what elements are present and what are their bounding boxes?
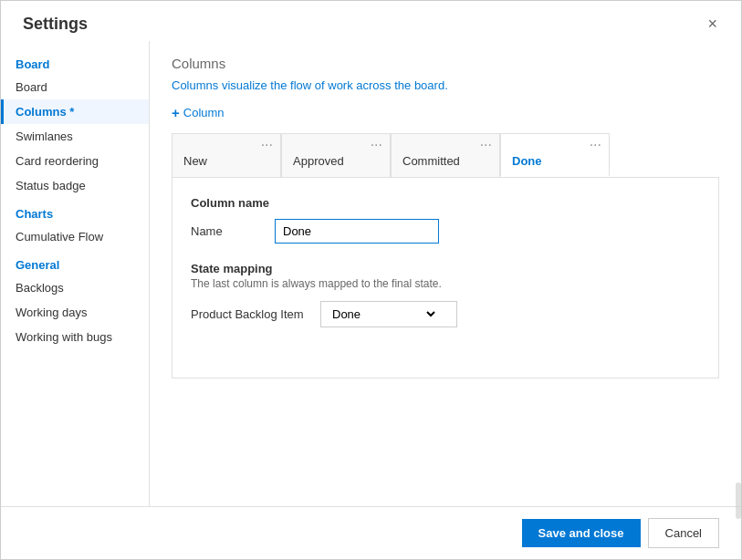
- column-tabs: ··· New ··· Approved ··· Committed ··· D…: [172, 133, 719, 178]
- info-text: Columns visualize the flow of work acros…: [172, 78, 719, 92]
- sidebar-item-cumulative-flow[interactable]: Cumulative Flow: [1, 224, 149, 249]
- name-input[interactable]: [275, 219, 439, 244]
- sidebar-item-status-badge[interactable]: Status badge: [1, 173, 149, 198]
- sidebar-section-charts: Charts: [1, 198, 149, 224]
- settings-dialog: Settings × Board Board Columns * Swimlan…: [0, 0, 742, 560]
- tab-new[interactable]: ··· New: [172, 133, 281, 177]
- tab-done[interactable]: ··· Done: [500, 133, 610, 177]
- section-title: Columns: [172, 56, 719, 71]
- dialog-header: Settings ×: [1, 1, 741, 41]
- sidebar-item-swimlanes[interactable]: Swimlanes: [1, 124, 149, 149]
- state-mapping-section: State mapping The last column is always …: [191, 262, 700, 327]
- state-mapping-title: State mapping: [191, 262, 700, 275]
- sidebar-item-board[interactable]: Board: [1, 75, 149, 99]
- product-backlog-label: Product Backlog Item: [191, 307, 309, 321]
- add-column-label: Column: [183, 106, 225, 119]
- sidebar-section-general: General: [1, 249, 149, 275]
- dialog-title: Settings: [23, 15, 88, 34]
- column-name-title: Column name: [191, 196, 700, 210]
- plus-icon: +: [172, 105, 180, 120]
- name-field-row: Name: [191, 219, 700, 244]
- cancel-button[interactable]: Cancel: [648, 518, 719, 548]
- tab-approved-dots[interactable]: ···: [363, 134, 390, 152]
- sidebar-item-working-with-bugs[interactable]: Working with bugs: [1, 325, 149, 349]
- tab-committed-dots[interactable]: ···: [473, 134, 499, 152]
- product-backlog-select[interactable]: Done Active New: [320, 301, 457, 327]
- dialog-footer: Save and close Cancel: [1, 506, 741, 559]
- sidebar: Board Board Columns * Swimlanes Card reo…: [1, 41, 150, 506]
- panel-content: Column name Name State mapping The last …: [172, 178, 719, 379]
- main-content: Columns Columns visualize the flow of wo…: [150, 41, 741, 506]
- save-and-close-button[interactable]: Save and close: [522, 519, 641, 547]
- sidebar-item-columns[interactable]: Columns *: [1, 99, 149, 124]
- sidebar-item-backlogs[interactable]: Backlogs: [1, 275, 149, 300]
- product-backlog-dropdown[interactable]: Done Active New: [329, 306, 438, 322]
- add-column-button[interactable]: + Column: [172, 105, 225, 120]
- close-button[interactable]: ×: [702, 14, 723, 34]
- sidebar-item-card-reordering[interactable]: Card reordering: [1, 149, 149, 173]
- tab-done-label: Done: [501, 152, 609, 175]
- state-mapping-desc: The last column is always mapped to the …: [191, 277, 700, 290]
- tab-new-dots[interactable]: ···: [254, 134, 280, 152]
- scrollbar: [736, 482, 741, 519]
- dialog-body: Board Board Columns * Swimlanes Card reo…: [1, 41, 741, 506]
- tab-approved-label: Approved: [282, 152, 390, 175]
- tab-approved[interactable]: ··· Approved: [281, 133, 391, 177]
- tab-committed[interactable]: ··· Committed: [391, 133, 500, 177]
- sidebar-section-board: Board: [1, 48, 149, 75]
- sidebar-item-working-days[interactable]: Working days: [1, 300, 149, 325]
- column-name-group: Column name Name: [191, 196, 700, 244]
- tab-done-dots[interactable]: ···: [582, 134, 609, 152]
- tab-committed-label: Committed: [392, 152, 499, 175]
- name-label: Name: [191, 224, 264, 238]
- tab-new-label: New: [172, 152, 280, 175]
- state-row: Product Backlog Item Done Active New: [191, 301, 700, 327]
